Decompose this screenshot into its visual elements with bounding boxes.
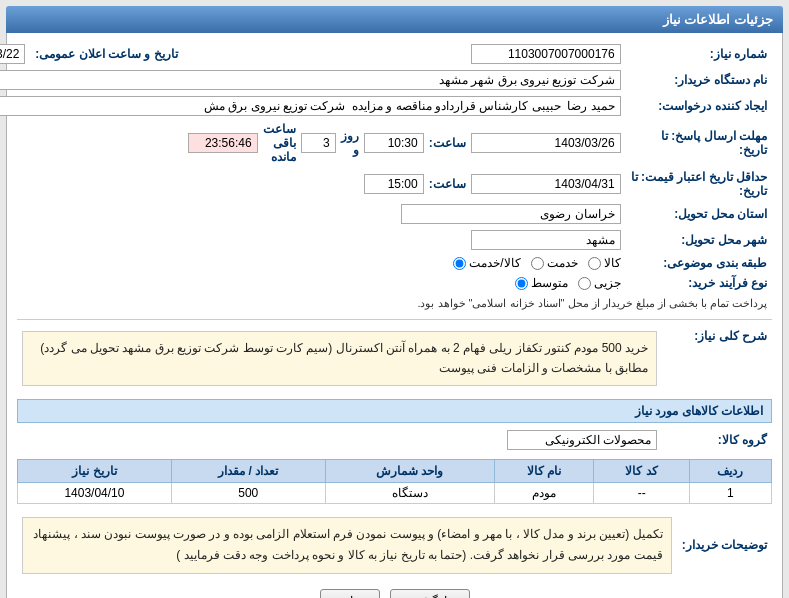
- towzihat-table: توضیحات خریدار: تکمیل (تعیین برند و مدل …: [17, 510, 772, 581]
- info-table: شماره نیاز: تاریخ و ساعت اعلان عمومی: نا…: [0, 41, 772, 313]
- shomara-niaz-input[interactable]: [471, 44, 621, 64]
- gorohe-table: گروه کالا:: [17, 427, 772, 453]
- hadaqal-saat-input[interactable]: [364, 174, 424, 194]
- pardakht-note-cell: پرداخت تمام با بخشی از مبلغ خریدار از مح…: [0, 293, 772, 313]
- shahr-input[interactable]: [471, 230, 621, 250]
- ostan-value: [183, 201, 626, 227]
- radio-motavaset-label[interactable]: متوسط: [515, 276, 568, 290]
- shahr-label: شهر محل تحویل:: [626, 227, 772, 253]
- radio-khadamat[interactable]: [531, 257, 544, 270]
- mohlat-label: مهلت ارسال پاسخ: تاتاریخ:: [626, 119, 772, 167]
- ostan-input[interactable]: [401, 204, 621, 224]
- ijad-konande-input[interactable]: [0, 96, 621, 116]
- shahr-value: [183, 227, 626, 253]
- col-radif: ردیف: [689, 459, 771, 482]
- mohlat-values: ساعت: روز و ساعت باقی مانده: [183, 119, 626, 167]
- sharh-koli-box: خرید 500 مودم کنتور تکفاز ریلی فهام 2 به…: [22, 331, 657, 386]
- shomara-niaz-value: [183, 41, 626, 67]
- baqi-label: ساعت باقی مانده: [263, 122, 296, 164]
- ijad-konande-label: ایجاد کننده درخواست:: [626, 93, 772, 119]
- tarikh-input[interactable]: [0, 44, 25, 64]
- col-tedaad: تعداد / مقدار: [171, 459, 325, 482]
- countdown-input[interactable]: [188, 133, 258, 153]
- radio-motavaset-text: متوسط: [531, 276, 568, 290]
- tarikh-label: تاریخ و ساعت اعلان عمومی:: [30, 41, 182, 67]
- radio-khadamat-label[interactable]: خدمت: [531, 256, 578, 270]
- radio-jozii-label[interactable]: جزیی: [578, 276, 621, 290]
- radio-kala-khadamat-text: کالا/خدمت: [469, 256, 520, 270]
- radio-motavaset[interactable]: [515, 277, 528, 290]
- header-title: جزئیات اطلاعات نیاز: [663, 12, 773, 27]
- towzihat-box: تکمیل (تعیین برند و مدل کالا ، با مهر و …: [22, 517, 672, 574]
- hadaqal-saat-label: ساعت:: [429, 177, 466, 191]
- sharh-koli-value: خرید 500 مودم کنتور تکفاز ریلی فهام 2 به…: [17, 324, 662, 393]
- tabaqe-radios: کالا خدمت کالا/خدمت: [0, 253, 626, 273]
- chap-button[interactable]: چاپ: [320, 589, 380, 598]
- pardakht-note: پرداخت تمام با بخشی از مبلغ خریدار از مح…: [417, 297, 767, 309]
- gorohe-kala-input[interactable]: [507, 430, 657, 450]
- page-wrapper: جزئیات اطلاعات نیاز شماره نیاز: تاریخ و …: [0, 0, 789, 598]
- rooz-input[interactable]: [301, 133, 336, 153]
- nam-dastgah-input[interactable]: [0, 70, 621, 90]
- col-kod: کد کالا: [594, 459, 689, 482]
- radio-jozii[interactable]: [578, 277, 591, 290]
- towzihat-label: توضیحات خریدار:: [677, 510, 772, 581]
- col-tarikh: تاریخ نیاز: [18, 459, 172, 482]
- gorohe-kala-label: گروه کالا:: [662, 427, 772, 453]
- col-vahed: واحد شمارش: [325, 459, 494, 482]
- hadaqal-date-input[interactable]: [471, 174, 621, 194]
- radio-kala-khadamat[interactable]: [453, 257, 466, 270]
- radio-kala[interactable]: [588, 257, 601, 270]
- mohlat-date-input[interactable]: [471, 133, 621, 153]
- gorohe-kala-value: [17, 427, 662, 453]
- hadaqal-values: ساعت:: [183, 167, 626, 201]
- tarikh-value: [0, 41, 30, 67]
- table-row: 1--مودمدستگاه5001403/04/10: [18, 482, 772, 503]
- sharh-table: شرح کلی نیاز: خرید 500 مودم کنتور تکفاز …: [17, 324, 772, 393]
- tabaqe-label: طبقه بندی موضوعی:: [626, 253, 772, 273]
- mohlat-saat-input[interactable]: [364, 133, 424, 153]
- farayand-radios: جزیی متوسط: [0, 273, 626, 293]
- button-row: بازگشت چاپ: [17, 589, 772, 598]
- nooe-farayand-label: نوع فرآیند خرید:: [626, 273, 772, 293]
- ijad-konande-value: اطلاعات تماس خریدار: [0, 93, 626, 119]
- radio-jozii-text: جزیی: [594, 276, 621, 290]
- radio-kala-text: کالا: [604, 256, 621, 270]
- bazgasht-button[interactable]: بازگشت: [390, 589, 470, 598]
- main-card: شماره نیاز: تاریخ و ساعت اعلان عمومی: نا…: [6, 33, 783, 598]
- nam-dastgah-label: نام دستگاه خریدار:: [626, 67, 772, 93]
- radio-kala-label[interactable]: کالا: [588, 256, 621, 270]
- radio-khadamat-text: خدمت: [547, 256, 578, 270]
- rooz-label: روز و: [341, 129, 359, 157]
- shomara-niaz-label: شماره نیاز:: [626, 41, 772, 67]
- separator-1: [17, 319, 772, 320]
- mohlat-saat-label: ساعت:: [429, 136, 466, 150]
- col-nam: نام کالا: [494, 459, 594, 482]
- nam-dastgah-value: [0, 67, 626, 93]
- kala-table: ردیف کد کالا نام کالا واحد شمارش تعداد /…: [17, 459, 772, 504]
- towzihat-value: تکمیل (تعیین برند و مدل کالا ، با مهر و …: [17, 510, 677, 581]
- sharh-koli-label: شرح کلی نیاز:: [662, 324, 772, 393]
- ostan-label: استان محل تحویل:: [626, 201, 772, 227]
- ittilaat-kalaها-title: اطلاعات کالاهای مورد نیاز: [17, 399, 772, 423]
- hadaqal-label: حداقل تاریخ اعتبار قیمت: تاتاریخ:: [626, 167, 772, 201]
- radio-kala-khadamat-label[interactable]: کالا/خدمت: [453, 256, 520, 270]
- page-header: جزئیات اطلاعات نیاز: [6, 6, 783, 33]
